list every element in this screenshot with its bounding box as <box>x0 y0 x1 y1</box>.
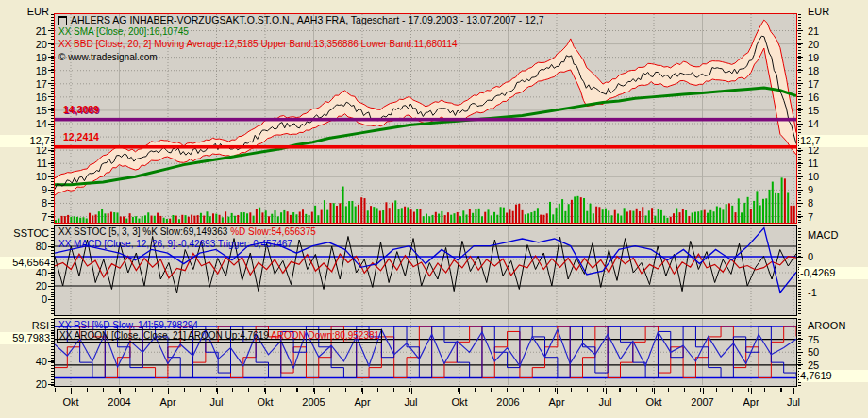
axis-major-tick <box>48 150 54 151</box>
right-axis-minor-ticks <box>798 14 801 223</box>
sstoc-legend-k: XX SSTOC [5, 3, 3] %K Slow:69,149363 <box>58 226 227 237</box>
aroon-legend-box: XX AROON [Close, Close, 21] AROON Up:4,7… <box>57 329 382 343</box>
axis-major-tick <box>797 257 803 258</box>
axis-major-tick <box>797 150 803 151</box>
time-axis-major-tick <box>411 388 412 394</box>
axis-major-tick <box>48 70 54 71</box>
time-axis-label: Jul <box>598 396 611 408</box>
time-axis-major-tick <box>654 388 655 394</box>
main-ytick-right: 19 <box>808 52 819 63</box>
axis-major-tick <box>48 30 54 31</box>
left-axis-currency-label: EUR <box>0 6 49 17</box>
main-price-pane[interactable]: AHLERS AG INHABER-VORZUGSAKT.O.ST.O.N., … <box>54 13 797 224</box>
macd-legend[interactable]: XX MACD [Close, 12, 26, 9]:-0,42693 Trig… <box>58 239 292 250</box>
time-axis-label: 2007 <box>691 396 713 408</box>
axis-major-tick <box>48 96 54 97</box>
axis-major-tick <box>48 57 54 58</box>
time-axis-label: Okt <box>645 396 661 408</box>
axis-major-tick <box>48 361 54 362</box>
main-ytick-right: 20 <box>808 39 819 50</box>
main-ytick-left: 10 <box>0 171 47 182</box>
axis-major-tick <box>48 109 54 110</box>
stoch-pane-left-label: SSTOC <box>0 227 49 239</box>
axis-major-tick <box>797 70 803 71</box>
copyright-label: © www.tradesignal.com <box>58 52 158 63</box>
time-axis-major-tick <box>557 388 558 394</box>
aroon-legend-down: AROON Down:80,952381 <box>271 330 379 341</box>
time-axis-label: 2005 <box>302 396 325 408</box>
window-icon <box>58 16 67 25</box>
time-axis-label: Apr <box>743 396 759 408</box>
macd-ytick: -1 <box>808 287 817 298</box>
axis-major-tick <box>797 57 803 58</box>
rsi-current-chip: 59,7983 <box>0 332 51 344</box>
tradesignal-chart-window: EUR EUR AHLERS AG INHABER-VORZUGSAKT.O.S… <box>0 0 868 418</box>
main-ytick-left: 8 <box>0 197 47 209</box>
time-axis-label: 2006 <box>496 396 519 408</box>
main-ytick-left: 11 <box>0 158 47 169</box>
time-axis-label: Okt <box>451 396 467 408</box>
time-axis-label: Apr <box>548 396 564 408</box>
aroon-legend-up: XX AROON [Close, Close, 21] AROON Up:4,7… <box>59 330 269 341</box>
axis-major-tick <box>797 30 803 31</box>
main-ytick-left: 18 <box>0 65 47 76</box>
main-ytick-right: 8 <box>808 197 813 209</box>
rsi-pane-right-label: AROON <box>808 320 866 331</box>
rsi-aroon-pane[interactable]: XX RSI [%D Slow, 14]:59,798294 XX AROON … <box>54 318 797 387</box>
macd-ytick: 0 <box>808 251 813 262</box>
stochastic-macd-pane[interactable]: XX SSTOC [5, 3, 3] %K Slow:69,149363 %D … <box>54 225 797 316</box>
stoch-pane-right-label: MACD <box>808 229 866 241</box>
axis-major-tick <box>797 352 803 353</box>
stoch-current-chip: 54,6564 <box>0 257 51 269</box>
stoch-ytick: 80 <box>0 241 47 252</box>
axis-major-tick <box>797 203 803 204</box>
axis-major-tick <box>797 83 803 84</box>
time-axis-major-tick <box>314 388 315 394</box>
current-price-chip-left: 12,7 <box>0 135 51 147</box>
time-axis-major-tick <box>509 388 509 394</box>
main-ytick-left: 14 <box>0 118 47 129</box>
rsi-ytick: 20 <box>0 378 47 390</box>
aroon-current-chip: 4,7619 <box>799 370 868 382</box>
rsi-ytick: 40 <box>0 356 47 367</box>
chart-title: AHLERS AG INHABER-VORZUGSAKT.O.ST.O.N., … <box>58 14 544 25</box>
time-axis-major-tick <box>459 388 460 394</box>
bbd-legend[interactable]: XX BBD [Close, 20, 2] Moving Average:12,… <box>58 39 458 50</box>
aroon-legend[interactable]: XX AROON [Close, Close, 21] AROON Up:4,7… <box>57 329 382 343</box>
axis-major-tick <box>48 83 54 84</box>
time-axis-major-tick <box>362 388 363 394</box>
time-axis-major-tick <box>71 388 72 394</box>
time-axis-label: Apr <box>354 396 370 408</box>
sstoc-legend-d: %D Slow:54,656375 <box>230 226 316 237</box>
time-axis-major-tick <box>606 388 607 394</box>
sma-legend[interactable]: XX SMA [Close, 200]:16,10745 <box>58 26 189 38</box>
axis-major-tick <box>48 216 54 217</box>
time-axis-label: Jul <box>404 396 417 408</box>
axis-major-tick <box>797 96 803 97</box>
time-axis-major-tick <box>120 388 121 394</box>
current-price-chip-right: 12,7 <box>799 135 868 147</box>
time-axis-major-tick <box>168 388 169 394</box>
main-ytick-right: 18 <box>808 65 819 76</box>
main-ytick-left: 17 <box>0 78 47 90</box>
axis-major-tick <box>797 216 803 217</box>
main-ytick-left: 21 <box>0 25 47 37</box>
axis-major-tick <box>48 273 54 274</box>
axis-major-tick <box>797 43 803 44</box>
axis-major-tick <box>48 190 54 191</box>
axis-major-tick <box>797 190 803 191</box>
main-ytick-left: 9 <box>0 184 47 195</box>
main-ytick-right: 15 <box>808 105 819 116</box>
time-axis-label: 2004 <box>108 396 130 408</box>
time-axis-label: Apr <box>159 396 175 408</box>
main-ytick-right: 16 <box>808 92 819 103</box>
stoch-ytick: 20 <box>0 280 47 292</box>
axis-major-tick <box>797 176 803 177</box>
sstoc-legend[interactable]: XX SSTOC [5, 3, 3] %K Slow:69,149363 %D … <box>58 226 316 238</box>
main-ytick-left: 7 <box>0 211 47 223</box>
axis-major-tick <box>797 364 803 365</box>
time-axis-major-tick <box>265 388 266 394</box>
main-ytick-right: 21 <box>808 25 819 37</box>
time-axis-major-tick <box>217 388 218 394</box>
red-overlap-hline-label: 14,3089 <box>63 104 99 115</box>
